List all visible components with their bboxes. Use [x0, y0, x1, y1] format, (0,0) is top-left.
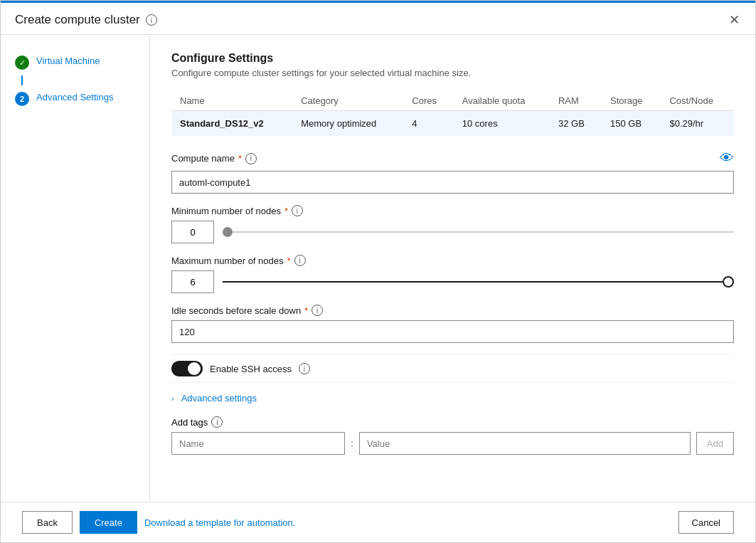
- dialog-header: Create compute cluster i ✕: [1, 3, 755, 35]
- dialog-title: Create compute cluster: [15, 13, 140, 27]
- vm-table: Name Category Cores Available quota RAM …: [171, 91, 734, 136]
- compute-name-input[interactable]: [171, 171, 734, 194]
- create-button[interactable]: Create: [80, 511, 137, 534]
- title-info-icon[interactable]: i: [146, 14, 157, 26]
- min-nodes-group: Minimum number of nodes * i: [171, 205, 734, 243]
- col-header-category: Category: [292, 91, 403, 111]
- vm-cores: 4: [403, 111, 453, 137]
- required-star-idle: *: [304, 305, 308, 316]
- max-nodes-info-icon[interactable]: i: [294, 255, 306, 266]
- max-nodes-slider[interactable]: [223, 281, 734, 283]
- required-star: *: [238, 153, 242, 164]
- vm-category: Memory optimized: [292, 111, 403, 137]
- compute-name-wrapper: [171, 171, 734, 194]
- vm-quota: 10 cores: [454, 111, 550, 137]
- back-button[interactable]: Back: [22, 511, 73, 534]
- tags-colon: :: [351, 438, 353, 449]
- add-tags-label-row: Add tags i: [171, 416, 734, 428]
- tags-name-input[interactable]: [171, 432, 345, 455]
- col-header-cost: Cost/Node: [661, 91, 734, 111]
- min-nodes-slider[interactable]: [223, 231, 734, 233]
- vm-ram: 32 GB: [550, 111, 602, 137]
- required-star-min: *: [284, 206, 288, 216]
- required-star-max: *: [287, 255, 291, 266]
- ssh-toggle-label: Enable SSH access: [210, 364, 292, 374]
- step-number-indicator: 2: [15, 92, 29, 106]
- vm-name: Standard_DS12_v2: [171, 111, 292, 137]
- col-header-ram: RAM: [550, 91, 602, 111]
- idle-seconds-group: Idle seconds before scale down * i: [171, 305, 734, 343]
- vm-storage: 150 GB: [602, 111, 661, 137]
- col-header-name: Name: [171, 91, 292, 111]
- idle-seconds-info-icon[interactable]: i: [312, 305, 323, 316]
- download-template-link[interactable]: Download a template for automation.: [144, 517, 295, 528]
- table-row[interactable]: Standard_DS12_v2 Memory optimized 4 10 c…: [171, 111, 734, 137]
- tags-value-input[interactable]: [359, 432, 691, 455]
- tags-info-icon[interactable]: i: [211, 416, 223, 428]
- ssh-toggle-row: Enable SSH access i: [171, 354, 734, 383]
- step-check-indicator: ✓: [15, 56, 29, 70]
- sidebar-item-advanced-settings[interactable]: 2 Advanced Settings: [1, 85, 149, 112]
- toggle-thumb: [188, 362, 201, 375]
- sidebar: ✓ Virtual Machine 2 Advanced Settings: [1, 35, 150, 502]
- idle-seconds-input[interactable]: [171, 320, 734, 343]
- sidebar-item-virtual-machine[interactable]: ✓ Virtual Machine: [1, 49, 149, 75]
- step-check: ✓: [15, 56, 29, 70]
- max-nodes-slider-row: [171, 270, 734, 293]
- max-nodes-slider-container: [223, 281, 734, 283]
- col-header-quota: Available quota: [454, 91, 550, 111]
- section-subtitle: Configure compute cluster settings for y…: [171, 68, 734, 78]
- max-nodes-label: Maximum number of nodes * i: [171, 255, 734, 266]
- compute-name-group: Compute name * i 👁: [171, 150, 734, 194]
- advanced-settings-label: Advanced settings: [181, 393, 257, 404]
- dialog-footer: Back Create Download a template for auto…: [1, 502, 755, 542]
- min-nodes-label: Minimum number of nodes * i: [171, 205, 734, 216]
- sidebar-item-label-advanced: Advanced Settings: [36, 91, 113, 104]
- step-number: 2: [15, 92, 29, 106]
- chevron-right-icon: ›: [171, 394, 174, 403]
- section-title: Configure Settings: [171, 52, 734, 65]
- dialog-body: ✓ Virtual Machine 2 Advanced Settings Co…: [1, 35, 755, 502]
- idle-seconds-label: Idle seconds before scale down * i: [171, 305, 734, 316]
- min-nodes-info-icon[interactable]: i: [292, 205, 303, 216]
- vm-cost: $0.29/hr: [661, 111, 734, 137]
- sidebar-item-label-vm: Virtual Machine: [36, 55, 100, 68]
- min-nodes-input[interactable]: [171, 221, 214, 243]
- tags-add-button[interactable]: Add: [696, 432, 734, 455]
- max-nodes-group: Maximum number of nodes * i: [171, 255, 734, 293]
- create-compute-dialog: Create compute cluster i ✕ ✓ Virtual Mac…: [0, 0, 756, 543]
- tags-row: : Add: [171, 432, 734, 455]
- visibility-icon[interactable]: 👁: [720, 150, 734, 167]
- compute-name-label: Compute name * i 👁: [171, 150, 734, 167]
- min-nodes-slider-container: [223, 231, 734, 233]
- add-tags-label: Add tags: [171, 417, 208, 428]
- ssh-info-icon[interactable]: i: [299, 363, 310, 374]
- advanced-settings-row[interactable]: › Advanced settings: [171, 393, 734, 404]
- col-header-cores: Cores: [403, 91, 453, 111]
- cancel-button[interactable]: Cancel: [678, 511, 734, 534]
- main-content: Configure Settings Configure compute clu…: [150, 35, 755, 502]
- col-header-storage: Storage: [602, 91, 661, 111]
- max-nodes-input[interactable]: [171, 270, 214, 293]
- ssh-toggle[interactable]: [171, 361, 203, 376]
- add-tags-group: Add tags i : Add: [171, 416, 734, 455]
- close-button[interactable]: ✕: [727, 13, 741, 27]
- sidebar-connector: [21, 75, 23, 85]
- compute-name-info-icon[interactable]: i: [245, 153, 257, 164]
- min-nodes-slider-row: [171, 221, 734, 243]
- dialog-title-row: Create compute cluster i: [15, 13, 157, 27]
